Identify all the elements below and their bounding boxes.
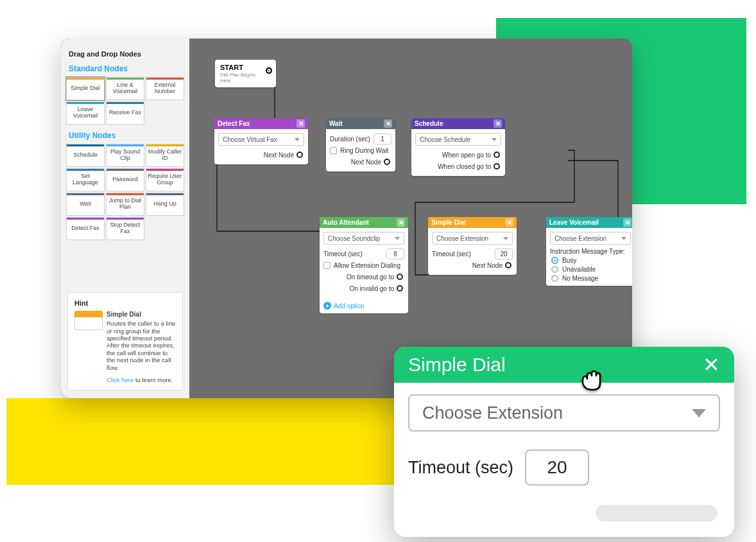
chevron-down-icon [503, 237, 508, 240]
node-detect-fax[interactable]: Detect Fax ✕ Choose Virtual Fax Next Nod… [214, 118, 308, 164]
node-close-icon[interactable]: ✕ [505, 218, 513, 227]
lv-radio-no-message[interactable] [551, 275, 558, 282]
hint-thumbnail [74, 311, 103, 383]
chevron-down-icon [492, 138, 497, 141]
hint-link[interactable]: Click here to learn more. [107, 376, 176, 383]
start-output-port[interactable] [266, 67, 272, 74]
lv-radio-busy[interactable] [551, 257, 558, 264]
hint-heading: Hint [74, 299, 176, 307]
detail-timeout-input[interactable]: 20 [525, 450, 589, 485]
tile-hang-up[interactable]: Hang Up [146, 193, 184, 216]
node-schedule[interactable]: Schedule ✕ Choose Schedule When open go … [411, 118, 505, 176]
tile-modify-caller-id[interactable]: Modify Caller ID [146, 144, 184, 167]
node-close-icon[interactable]: ✕ [384, 119, 392, 128]
schedule-closed: When closed go to [438, 163, 491, 170]
tile-receive-fax[interactable]: Receive Fax [106, 101, 144, 125]
lv-title: Leave Voicemail [549, 219, 599, 226]
standard-nodes-title: Standard Nodes [69, 64, 182, 73]
detect-fax-next: Next Node [264, 152, 294, 159]
tile-stop-detect-fax[interactable]: Stop Detect Fax [106, 217, 144, 240]
node-close-icon[interactable]: ✕ [623, 218, 631, 227]
node-wait[interactable]: Wait ✕ Duration (sec)1 Ring During Wait … [326, 118, 395, 171]
output-port[interactable] [505, 262, 511, 268]
wait-duration-input[interactable]: 1 [374, 134, 391, 144]
lv-select[interactable]: Choose Extension [550, 232, 631, 245]
output-port[interactable] [296, 152, 303, 158]
chevron-down-icon [621, 237, 626, 240]
close-icon[interactable]: ✕ [703, 353, 720, 377]
output-port[interactable] [384, 159, 390, 165]
node-close-icon[interactable]: ✕ [494, 119, 502, 128]
chevron-down-icon [295, 138, 300, 141]
node-close-icon[interactable]: ✕ [296, 119, 305, 128]
utility-nodes: Schedule Play Sound Clip Modify Caller I… [61, 144, 189, 240]
detect-fax-title: Detect Fax [218, 120, 250, 127]
schedule-select[interactable]: Choose Schedule [415, 133, 501, 146]
tile-require-user-group[interactable]: Require User Group [146, 168, 184, 191]
tile-line-voicemail[interactable]: Line & Voicemail [106, 77, 144, 100]
schedule-open: When open go to [442, 152, 491, 159]
detail-title: Simple Dial [408, 354, 506, 376]
plus-icon: + [323, 302, 331, 310]
sd-select[interactable]: Choose Extension [432, 232, 513, 245]
dialplan-editor: Drag and Drop Nodes Standard Nodes Simpl… [61, 39, 632, 398]
tile-simple-dial[interactable]: Simple Dial [66, 77, 105, 100]
sidebar-heading: Drag and Drop Nodes [69, 50, 182, 58]
start-node[interactable]: START Dial Plan Begins Here [215, 60, 276, 87]
aa-timeout-label: Timeout (sec) [323, 250, 363, 258]
aa-on-invalid: On invalid go to [350, 285, 395, 292]
tile-leave-voicemail[interactable]: Leave Voicemail [66, 101, 105, 125]
wait-ring-label: Ring During Wait [340, 147, 388, 154]
utility-nodes-title: Utility Nodes [69, 131, 182, 140]
aa-timeout-input[interactable]: 8 [386, 249, 404, 259]
tile-password[interactable]: Password [106, 168, 144, 191]
start-title: START [220, 64, 257, 71]
tile-schedule[interactable]: Schedule [66, 144, 105, 167]
start-subtitle: Dial Plan Begins Here [220, 72, 257, 83]
tile-set-language[interactable]: Set Language [66, 168, 105, 191]
grab-cursor-icon [576, 366, 605, 394]
detect-fax-select[interactable]: Choose Virtual Fax [218, 133, 304, 146]
aa-title: Auto Attendant [323, 219, 369, 226]
aa-add-option[interactable]: +Add option [320, 298, 408, 313]
hint-panel: Hint Simple Dial Routes the caller to a … [67, 292, 183, 390]
lv-instruction-label: Instruction Message Type: [550, 248, 631, 255]
wait-ring-checkbox[interactable] [330, 147, 337, 154]
tile-jump-to-dial-plan[interactable]: Jump to Dial Plan [106, 193, 144, 216]
output-port[interactable] [397, 274, 403, 280]
detail-timeout-label: Timeout (sec) [408, 458, 513, 478]
hint-title: Simple Dial [107, 311, 176, 318]
sd-timeout-input[interactable]: 20 [495, 249, 513, 259]
lv-radio-unavailable[interactable] [551, 266, 558, 273]
sd-timeout-label: Timeout (sec) [432, 250, 471, 258]
output-port[interactable] [397, 285, 403, 292]
aa-on-timeout: On timeout go to [347, 274, 394, 281]
node-leave-voicemail[interactable]: Leave Voicemail ✕ Choose Extension Instr… [546, 217, 632, 286]
aa-allow-ext-checkbox[interactable] [323, 262, 331, 269]
chevron-down-icon [395, 237, 400, 240]
sd-next: Next Node [472, 262, 503, 269]
node-auto-attendant[interactable]: Auto Attendant ✕ Choose Soundclip Timeou… [320, 217, 408, 313]
node-close-icon[interactable]: ✕ [397, 218, 405, 227]
tile-play-sound-clip[interactable]: Play Sound Clip [106, 144, 144, 167]
wait-duration-label: Duration (sec) [330, 136, 370, 143]
tile-detect-fax[interactable]: Detect Fax [66, 217, 105, 240]
node-simple-dial[interactable]: Simple Dial ✕ Choose Extension Timeout (… [428, 217, 517, 275]
hint-text: Routes the caller to a line or ring grou… [107, 320, 176, 371]
wait-next: Next Node [351, 159, 381, 166]
sd-title: Simple Dial [431, 219, 466, 226]
wait-title: Wait [329, 120, 343, 127]
tile-external-number[interactable]: External Number [146, 77, 184, 100]
detail-placeholder-pill [596, 505, 717, 521]
decor-yellow-block [6, 398, 420, 485]
output-port[interactable] [494, 152, 500, 158]
standard-nodes: Simple Dial Line & Voicemail External Nu… [61, 77, 189, 125]
schedule-title: Schedule [415, 120, 443, 127]
tile-wait[interactable]: Wait [66, 193, 105, 216]
output-port[interactable] [494, 163, 500, 170]
detail-extension-select[interactable]: Choose Extension [408, 394, 720, 432]
detail-simple-dial-card[interactable]: Simple Dial ✕ Choose Extension Timeout (… [394, 347, 734, 537]
chevron-down-icon [692, 409, 706, 417]
sidebar: Drag and Drop Nodes Standard Nodes Simpl… [61, 39, 189, 398]
aa-select[interactable]: Choose Soundclip [323, 232, 404, 245]
